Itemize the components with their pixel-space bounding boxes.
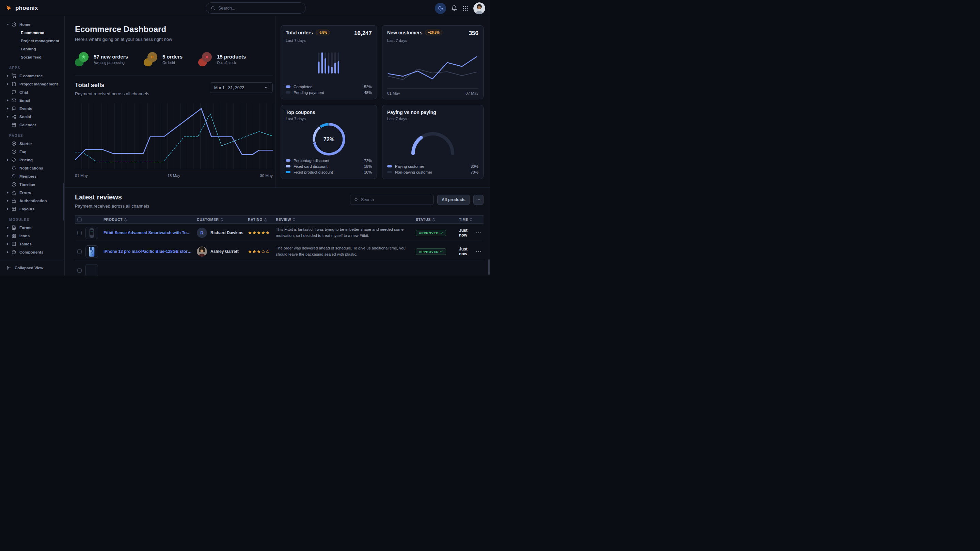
caret-right-icon [7,108,8,110]
paying-legend: Paying customer30%Non-paying customer70% [387,164,479,175]
sidebar-item-forms[interactable]: Forms [0,224,64,232]
all-products-button[interactable]: All products [437,195,470,205]
legend-item: Paying customer30% [387,164,479,169]
row-menu-button[interactable]: ··· [476,230,484,235]
new-customers-axis-labels: 01 May07 May [387,91,479,95]
total-orders-bar-chart [318,52,340,75]
card-value: 356 [469,30,479,37]
column-header-product[interactable]: PRODUCT [103,218,197,222]
sidebar-item-home[interactable]: Home [0,21,64,29]
apps-grid-button[interactable] [462,5,468,11]
sidebar-item-events[interactable]: Events [0,105,64,113]
global-search-input[interactable] [218,6,301,11]
customer-avatar[interactable]: R [197,228,207,238]
paying-gauge-chart [408,129,457,156]
row-checkbox[interactable] [77,231,82,235]
top-coupons-card: Top coupons Last 7 days 72% Percentage d… [281,105,377,179]
caret-right-icon [7,99,8,102]
reviews-search[interactable] [350,195,434,205]
product-link[interactable]: Fitbit Sense Advanced Smartwatch with To… [103,230,197,235]
card-period: Last 7 days [387,117,479,121]
sidebar-item-timeline[interactable]: Timeline [0,180,64,189]
product-thumbnail[interactable] [86,245,98,258]
reviews-menu-button[interactable]: ··· [473,195,484,205]
phoenix-flame-icon [5,5,13,11]
global-search[interactable] [206,2,306,14]
reviews-title: Latest reviews [75,193,149,201]
sidebar-section-modules: MODULES [0,218,64,222]
date-range-select[interactable]: Mar 1 - 31, 2022 [210,83,273,93]
axis-tick-label: 30 May [260,173,273,178]
column-header-review[interactable]: REVIEW [276,218,416,222]
sidebar-item-project-management[interactable]: Project management [0,80,64,88]
sidebar-item-members[interactable]: Members [0,172,64,180]
sidebar-item-email[interactable]: Email [0,96,64,105]
column-header-rating[interactable]: RATING [248,218,276,222]
product-thumbnail[interactable] [86,264,98,276]
sidebar-subitem-landing[interactable]: Landing [0,45,64,53]
legend-swatch-icon [387,171,392,173]
legend-item: Fixed product discount10% [286,169,372,175]
customer-avatar[interactable] [197,246,207,257]
sidebar-item-social[interactable]: Social [0,113,64,121]
sidebar-subitem-project-management[interactable]: Project management [0,37,64,45]
sidebar-item-calendar[interactable]: Calendar [0,121,64,129]
sidebar-subitem-e-commerce[interactable]: E commerce [0,29,64,37]
help-icon [11,149,16,154]
reviews-search-input[interactable] [361,197,430,202]
row-checkbox[interactable] [77,268,82,273]
sidebar-item-errors[interactable]: Errors [0,189,64,197]
sidebar-item-pricing[interactable]: Pricing [0,156,64,164]
page-subtitle: Here's what's going on at your business … [75,37,273,42]
reviews-table: PRODUCTCUSTOMERRATINGREVIEWSTATUSTIMEFit… [75,216,484,276]
sidebar-scrollbar[interactable] [63,183,64,221]
brand-logo[interactable]: phoenix [5,5,38,11]
top-coupons-donut-chart: 72% [311,122,347,157]
product-thumbnail[interactable] [86,227,98,239]
card-title: Paying vs non paying [387,110,436,115]
app-root: phoenix HomeE commerceProject management… [0,0,490,276]
review-text: This Fitbit is fantastic! I was trying t… [276,227,416,239]
row-checkbox[interactable] [77,249,82,254]
paying-card: Paying vs non paying Last 7 days Paying … [382,105,484,179]
theme-toggle-button[interactable] [435,3,446,14]
column-header-time[interactable]: TIME [459,218,476,222]
sidebar-nav: HomeE commerceProject managementLandingS… [0,16,64,260]
chat-icon [11,90,16,95]
sidebar-item-layouts[interactable]: Layouts [0,205,64,213]
sidebar-item-notifications[interactable]: Notifications [0,164,64,172]
sidebar-item-faq[interactable]: Faq [0,148,64,156]
sidebar-subitem-social-feed[interactable]: Social feed [0,53,64,61]
caret-right-icon [7,243,8,245]
bell-icon [451,5,457,11]
sidebar-item-chat[interactable]: Chat [0,88,64,96]
total-orders-card: Total orders -6.8% 16,247 Last 7 days Co… [281,25,377,99]
sidebar-item-icons[interactable]: Icons [0,232,64,240]
column-header-status[interactable]: STATUS [416,218,459,222]
row-menu-button[interactable]: ··· [476,249,484,254]
reviews-table-header: PRODUCTCUSTOMERRATINGREVIEWSTATUSTIME [75,216,484,224]
calendar-icon [11,122,16,127]
check-icon [440,250,443,253]
sidebar-section-apps: APPS [0,66,64,70]
sidebar-item-tables[interactable]: Tables [0,240,64,248]
new-customers-line-chart [387,51,479,89]
column-header-customer[interactable]: CUSTOMER [197,218,248,222]
share-icon [11,114,16,119]
grid-dots-icon [462,5,468,11]
sidebar-item-e-commerce[interactable]: E commerce [0,72,64,80]
page-scrollbar[interactable] [488,259,490,275]
select-all-checkbox[interactable] [77,218,82,222]
axis-tick-label: 01 May [387,91,400,95]
sidebar-item-starter[interactable]: Starter [0,140,64,148]
sidebar-item-authentication[interactable]: Authentication [0,197,64,205]
collapse-sidebar-button[interactable]: Collapsed View [0,260,64,276]
user-avatar[interactable] [473,2,485,14]
total-sells-chart [75,102,273,169]
caret-right-icon [7,251,8,253]
sidebar-item-components[interactable]: Components [0,248,64,256]
table-row [75,261,484,276]
product-link[interactable]: iPhone 13 pro max-Pacific Blue-128GB sto… [103,249,197,254]
trend-badge: +26.5% [425,30,442,35]
notifications-button[interactable] [451,5,457,11]
